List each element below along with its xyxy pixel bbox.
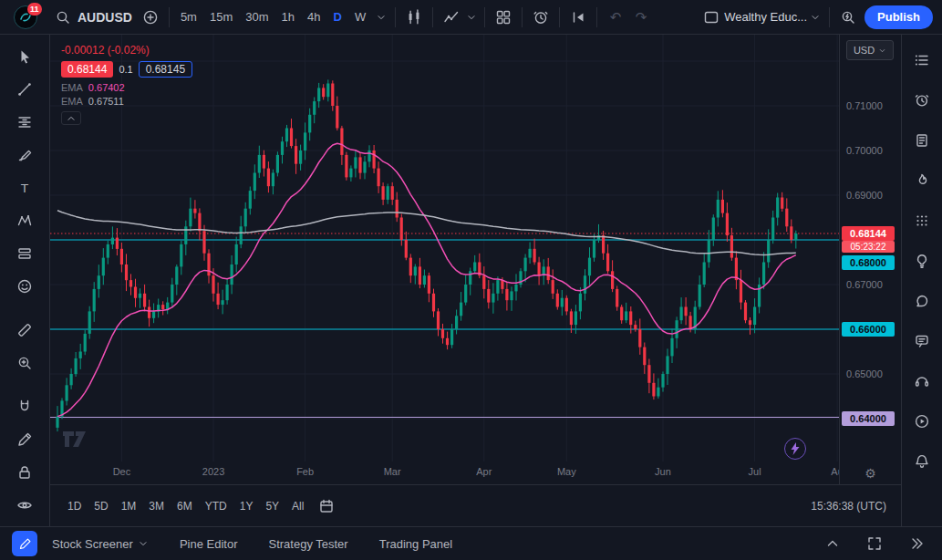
gear-icon[interactable]: ⚙ — [864, 466, 876, 481]
range-1d[interactable]: 1D — [61, 496, 88, 516]
range-3m[interactable]: 3M — [142, 496, 171, 516]
chart-row: -0.00012 (-0.02%) 0.68144 0.1 0.68145 EM… — [50, 35, 901, 484]
range-all[interactable]: All — [285, 496, 310, 516]
bid-price[interactable]: 0.68144 — [61, 61, 113, 78]
calendar-keypad-icon[interactable] — [906, 201, 938, 241]
layout-name[interactable]: Wealthy Educ... — [724, 10, 807, 24]
fib-retracement-tool[interactable] — [8, 106, 41, 139]
notifications-bell-icon[interactable] — [906, 441, 938, 482]
footer-trading-panel[interactable]: Trading Panel — [379, 537, 452, 551]
footer-stock-screener[interactable]: Stock Screener — [52, 537, 149, 551]
publish-button[interactable]: Publish — [864, 5, 933, 29]
emoji-tool[interactable] — [8, 270, 41, 303]
trend-line-tool[interactable] — [8, 73, 41, 106]
timeframe-30m[interactable]: 30m — [240, 6, 274, 27]
quick-action-lightning-button[interactable] — [784, 438, 806, 460]
comments-icon[interactable] — [906, 321, 938, 361]
notification-badge[interactable]: 11 — [27, 3, 42, 16]
compare-add-icon[interactable] — [138, 5, 163, 30]
separator — [596, 7, 597, 27]
chart-style-candles-icon[interactable] — [401, 5, 427, 30]
timeframe-1h[interactable]: 1h — [276, 6, 300, 27]
redo-icon[interactable]: ↷ — [628, 5, 654, 30]
timeframe-15m[interactable]: 15m — [204, 6, 238, 27]
price-scale[interactable]: USD 0.710000.700000.690000.670000.650000… — [839, 35, 901, 484]
hotlist-flame-icon[interactable] — [906, 161, 938, 201]
go-to-date-icon[interactable] — [314, 493, 339, 519]
text-tool[interactable]: T — [8, 171, 41, 204]
separator — [169, 7, 170, 27]
legend-collapse-button[interactable] — [61, 111, 81, 125]
indicator-legend-row[interactable]: EMA 0.67402 — [61, 82, 192, 93]
range-ytd[interactable]: YTD — [199, 496, 233, 516]
time-axis-label: 2023 — [202, 466, 224, 477]
currency-label: USD — [854, 45, 875, 56]
range-6m[interactable]: 6M — [171, 496, 199, 516]
brush-tool[interactable] — [8, 139, 41, 171]
watchlist-icon[interactable] — [906, 40, 938, 80]
layout-menu-chevron-icon[interactable] — [807, 5, 823, 30]
timeframe-5m[interactable]: 5m — [175, 6, 202, 27]
time-axis-label: Au — [831, 466, 839, 477]
save-layout-icon[interactable] — [699, 5, 724, 30]
footer-pine-editor[interactable]: Pine Editor — [180, 537, 238, 551]
server-clock[interactable]: 15:36:38 (UTC) — [811, 500, 890, 513]
alerts-icon[interactable] — [906, 80, 938, 120]
undo-icon[interactable]: ↶ — [603, 5, 628, 30]
layout-grid-icon[interactable] — [491, 5, 516, 30]
range-5d[interactable]: 5D — [88, 496, 114, 516]
candlestick-chart[interactable]: -0.00012 (-0.02%) 0.68144 0.1 0.68145 EM… — [50, 35, 839, 461]
timeframe-1d[interactable]: D — [327, 6, 347, 27]
cursor-tool[interactable] — [8, 40, 41, 73]
panel-expand-chevron-icon[interactable] — [820, 531, 845, 556]
scale-settings-corner[interactable]: ⚙ — [840, 461, 901, 484]
footer-item-label: Pine Editor — [180, 537, 238, 551]
range-1m[interactable]: 1M — [115, 496, 143, 516]
time-axis-label: Apr — [476, 466, 492, 477]
price-scale-label: 0.71000 — [846, 99, 883, 112]
indicators-icon[interactable] — [439, 5, 464, 30]
timeframe-1w[interactable]: W — [349, 6, 371, 27]
time-axis-label: Feb — [296, 466, 314, 477]
chat-cloud-icon[interactable] — [906, 281, 938, 321]
range-1y[interactable]: 1Y — [233, 496, 260, 516]
lock-drawings-tool[interactable] — [8, 456, 41, 489]
edit-tool[interactable] — [8, 423, 41, 456]
level-price-badge: 0.64000 — [842, 411, 895, 426]
quick-search-icon[interactable] — [835, 5, 861, 30]
ideas-bulb-icon[interactable] — [906, 241, 938, 281]
hide-drawings-tool[interactable] — [8, 489, 41, 522]
streams-play-icon[interactable] — [906, 401, 938, 441]
measure-tool[interactable] — [8, 314, 41, 347]
timeframe-4h[interactable]: 4h — [302, 6, 326, 27]
drawings-panel-toggle[interactable] — [12, 531, 37, 556]
range-5y[interactable]: 5Y — [259, 496, 285, 516]
timeframe-menu-chevron-icon[interactable] — [373, 5, 389, 30]
symbol-name[interactable]: AUDUSD — [78, 10, 132, 25]
symbol-search-icon[interactable] — [50, 5, 76, 30]
separator — [432, 7, 433, 27]
fullscreen-icon[interactable] — [862, 531, 887, 556]
support-headset-icon[interactable] — [906, 361, 938, 401]
magnet-tool[interactable] — [8, 390, 41, 423]
level-price-badge: 0.66000 — [842, 322, 895, 337]
time-axis-label: May — [557, 466, 576, 477]
footer-strategy-tester[interactable]: Strategy Tester — [268, 537, 347, 551]
currency-selector[interactable]: USD — [846, 40, 894, 60]
indicators-menu-chevron-icon[interactable] — [464, 5, 479, 30]
alert-icon[interactable] — [528, 5, 554, 30]
logo-cell: 11 — [0, 5, 50, 29]
zoom-tool[interactable] — [8, 347, 41, 379]
collapse-sidebar-icon[interactable] — [904, 531, 929, 556]
spread-value: 0.1 — [119, 64, 132, 75]
bar-replay-icon[interactable] — [565, 5, 591, 30]
svg-text:T: T — [20, 181, 28, 195]
indicator-legend-row[interactable]: EMA 0.67511 — [61, 96, 192, 107]
right-sidebar — [901, 35, 942, 526]
position-tool[interactable] — [8, 237, 41, 270]
tradingview-logo[interactable]: 11 — [14, 5, 37, 29]
detail-panel-icon[interactable] — [906, 120, 938, 161]
ask-price[interactable]: 0.68145 — [139, 61, 192, 78]
time-axis[interactable]: Dec2023FebMarAprMayJunJulAu — [50, 461, 839, 484]
xabcd-pattern-tool[interactable] — [8, 204, 41, 237]
